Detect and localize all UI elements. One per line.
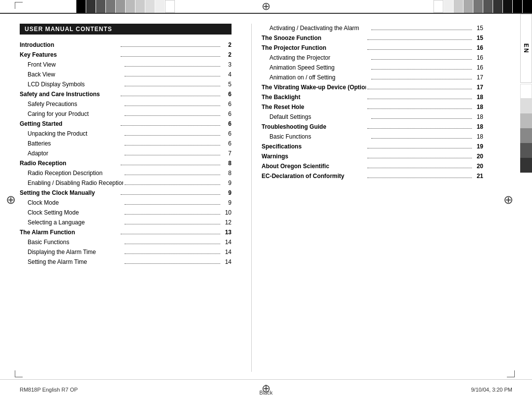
toc-row: Caring for your Product6	[20, 109, 232, 118]
toc-dots	[367, 158, 472, 158]
toc-item-page: 5	[222, 80, 232, 89]
toc-item-title: Activating the Projector	[269, 53, 370, 62]
top-decoration-bar: ⊕	[0, 0, 532, 14]
toc-row: The Reset Hole18	[262, 103, 483, 111]
right-column: Activating / Deactivating the Alarm15The…	[257, 24, 483, 372]
toc-row: Displaying the Alarm Time14	[20, 248, 232, 256]
toc-item-page: 20	[473, 152, 483, 161]
toc-item-title: Basic Functions	[28, 238, 123, 247]
toc-dots	[367, 39, 472, 40]
toc-dots	[121, 194, 220, 195]
toc-dots	[125, 175, 220, 175]
toc-item-title: Animation Speed Setting	[269, 63, 370, 72]
toc-item-title: Key Features	[20, 50, 119, 59]
toc-row: Back View4	[20, 70, 232, 79]
toc-row: Unpacking the Product6	[20, 129, 232, 138]
toc-row: Animation on / off Setting17	[262, 73, 483, 82]
toc-item-title: Back View	[28, 70, 123, 79]
toc-item-title: Clock Setting Mode	[28, 208, 123, 217]
toc-item-title: Radio Reception	[20, 159, 119, 168]
toc-item-page: 18	[473, 103, 483, 111]
toc-item-page: 4	[222, 70, 232, 79]
toc-dots	[371, 69, 472, 70]
toc-item-page: 13	[222, 228, 232, 237]
toc-dots	[121, 46, 220, 47]
toc-dots	[125, 204, 220, 205]
toc-item-title: Specifications	[262, 142, 366, 151]
toc-dots	[367, 178, 472, 178]
toc-row: Troubleshooting Guide18	[262, 122, 483, 131]
toc-dots	[125, 106, 220, 106]
toc-row: Setting the Alarm Time14	[20, 257, 232, 266]
right-toc: Activating / Deactivating the Alarm15The…	[262, 24, 483, 181]
toc-item-page: 6	[222, 119, 232, 128]
right-color-swatches	[433, 0, 532, 13]
toc-row: The Alarm Function13	[20, 228, 232, 237]
toc-dots	[367, 148, 472, 148]
footer-right: 9/10/04, 3:20 PM	[471, 387, 512, 393]
toc-dots	[367, 49, 472, 50]
toc-item-title: Batteries	[28, 139, 123, 148]
toc-item-title: Unpacking the Product	[28, 129, 123, 138]
toc-dots	[125, 254, 220, 254]
toc-row: Activating the Projector16	[262, 53, 483, 62]
toc-item-title: Setting the Clock Manually	[20, 188, 119, 197]
toc-dots	[121, 96, 220, 96]
toc-row: The Backlight18	[262, 93, 483, 102]
toc-row: LCD Display Symbols5	[20, 80, 232, 89]
toc-item-title: The Backlight	[262, 93, 366, 102]
footer: RM818P English R7 OP 1 Black ⊕ 9/10/04, …	[0, 379, 532, 399]
left-color-swatches	[76, 0, 175, 13]
toc-item-page: 19	[473, 142, 483, 151]
toc-item-page: 14	[222, 248, 232, 256]
toc-row: Radio Reception8	[20, 159, 232, 168]
toc-dots	[125, 115, 220, 116]
toc-item-page: 6	[222, 109, 232, 118]
toc-row: Key Features2	[20, 50, 232, 59]
toc-item-page: 6	[222, 90, 232, 99]
toc-item-page: 14	[222, 257, 232, 266]
column-divider	[251, 24, 252, 372]
toc-dots	[125, 214, 220, 215]
toc-item-title: Warnings	[262, 152, 366, 161]
toc-item-title: The Alarm Function	[20, 228, 119, 237]
toc-item-title: Enabling / Disabling Radio Reception	[28, 179, 123, 187]
toc-item-page: 16	[473, 53, 483, 62]
toc-item-title: Safety Precautions	[28, 100, 123, 109]
toc-item-title: Clock Mode	[28, 198, 123, 207]
toc-dots	[121, 56, 220, 57]
toc-row: Clock Setting Mode10	[20, 208, 232, 217]
toc-row: The Vibrating Wake-up Device (Optional)1…	[262, 83, 483, 92]
toc-dots	[125, 184, 220, 185]
toc-item-title: Selecting a Language	[28, 218, 123, 227]
toc-dots	[121, 165, 220, 165]
toc-item-title: The Snooze Function	[262, 34, 366, 42]
left-toc: Introduction2Key Features2Front View3Bac…	[20, 40, 232, 266]
toc-row: Specifications19	[262, 142, 483, 151]
bottom-crosshair: ⊕	[262, 382, 270, 395]
toc-item-title: Radio Reception Description	[28, 169, 123, 178]
corner-mark-tl	[15, 2, 23, 9]
toc-item-title: Front View	[28, 60, 123, 69]
toc-row: Setting the Clock Manually9	[20, 188, 232, 197]
toc-item-title: LCD Display Symbols	[28, 80, 123, 89]
toc-row: EC-Declaration of Conformity21	[262, 172, 483, 181]
toc-item-title: Activating / Deactivating the Alarm	[269, 24, 370, 33]
toc-item-page: 6	[222, 129, 232, 138]
toc-item-page: 9	[222, 179, 232, 187]
toc-item-page: 6	[222, 139, 232, 148]
toc-row: The Snooze Function15	[262, 34, 483, 42]
main-content: USER MANUAL CONTENTS Introduction2Key Fe…	[0, 14, 532, 379]
toc-item-title: Displaying the Alarm Time	[28, 248, 123, 256]
toc-item-page: 18	[473, 122, 483, 131]
toc-dots	[371, 59, 472, 60]
toc-dots	[371, 118, 472, 119]
toc-dots	[125, 224, 220, 224]
toc-dots	[371, 138, 472, 139]
toc-item-title: About Oregon Scientific	[262, 162, 366, 171]
toc-dots	[125, 145, 220, 145]
toc-item-page: 17	[473, 73, 483, 82]
toc-row: About Oregon Scientific20	[262, 162, 483, 171]
footer-left: RM818P English R7 OP	[20, 387, 78, 393]
toc-item-page: 12	[222, 218, 232, 227]
